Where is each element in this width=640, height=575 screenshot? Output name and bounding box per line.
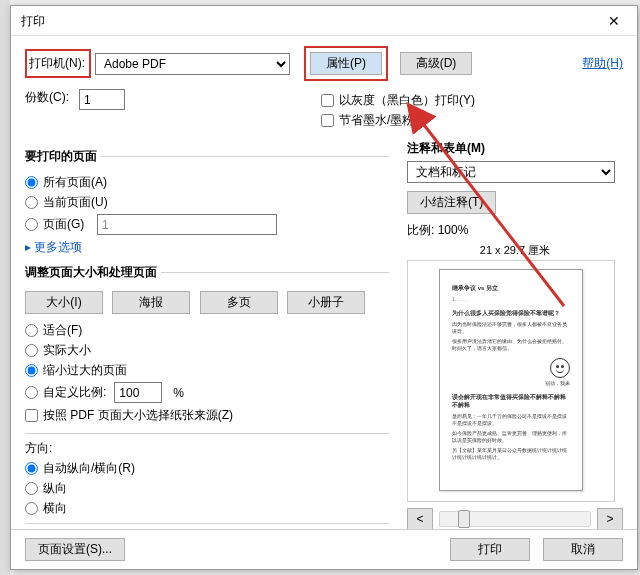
orient-legend: 方向: <box>25 440 389 457</box>
shrink-radio[interactable] <box>25 364 38 377</box>
pdf-source-checkbox[interactable] <box>25 409 38 422</box>
preview-slider[interactable] <box>439 511 591 527</box>
pdf-source-label[interactable]: 按照 PDF 页面大小选择纸张来源(Z) <box>43 407 233 424</box>
printer-select[interactable]: Adobe PDF <box>95 53 290 75</box>
orient-landscape-radio[interactable] <box>25 502 38 515</box>
orient-auto-radio[interactable] <box>25 462 38 475</box>
close-icon[interactable]: ✕ <box>597 10 631 32</box>
poster-button[interactable]: 海报 <box>112 291 190 314</box>
sizing-group: 调整页面大小和处理页面 大小(I) 海报 多页 小册子 适合(F) 实际大小 <box>25 264 389 427</box>
pages-current-radio[interactable] <box>25 196 38 209</box>
pages-legend: 要打印的页面 <box>25 148 101 165</box>
fit-radio[interactable] <box>25 324 38 337</box>
help-link[interactable]: 帮助(H) <box>582 55 623 72</box>
booklet-button[interactable]: 小册子 <box>287 291 365 314</box>
custom-scale-input[interactable] <box>114 382 162 403</box>
custom-radio[interactable] <box>25 386 38 399</box>
shrink-label[interactable]: 缩小过大的页面 <box>43 362 127 379</box>
paper-size: 21 x 29.7 厘米 <box>407 243 623 258</box>
print-dialog: 打印 ✕ 打印机(N): Adobe PDF 属性(P) 高级(D) 帮助(H)… <box>10 5 638 570</box>
orient-portrait-radio[interactable] <box>25 482 38 495</box>
scale-value: 100% <box>438 223 469 237</box>
save-ink-checkbox[interactable] <box>321 114 334 127</box>
print-preview: 继承争议 vs 另立 1. …… 为什么很多人买保险觉得保险不靠谱呢？ 因为当时… <box>407 260 615 502</box>
custom-unit: % <box>173 386 184 400</box>
grayscale-checkbox[interactable] <box>321 94 334 107</box>
preview-page: 继承争议 vs 另立 1. …… 为什么很多人买保险觉得保险不靠谱呢？ 因为当时… <box>439 269 583 491</box>
sizing-legend: 调整页面大小和处理页面 <box>25 264 161 281</box>
dialog-footer: 页面设置(S)... 打印 取消 <box>11 529 637 569</box>
summarize-button[interactable]: 小结注释(T) <box>407 191 496 214</box>
titlebar: 打印 ✕ <box>11 6 637 36</box>
scale-label: 比例: <box>407 223 434 237</box>
page-setup-button[interactable]: 页面设置(S)... <box>25 538 125 561</box>
dialog-title: 打印 <box>21 6 45 36</box>
preview-prev-button[interactable]: < <box>407 508 433 530</box>
actual-radio[interactable] <box>25 344 38 357</box>
preview-face-icon <box>550 358 570 378</box>
copies-input[interactable] <box>79 89 125 110</box>
orient-portrait-label[interactable]: 纵向 <box>43 480 67 497</box>
pages-all-label[interactable]: 所有页面(A) <box>43 174 107 191</box>
orient-auto-label[interactable]: 自动纵向/横向(R) <box>43 460 135 477</box>
pages-all-radio[interactable] <box>25 176 38 189</box>
pages-range-input <box>97 214 277 235</box>
printer-label: 打印机(N): <box>29 55 85 72</box>
actual-label[interactable]: 实际大小 <box>43 342 91 359</box>
save-ink-label[interactable]: 节省墨水/墨粉 <box>339 112 414 129</box>
custom-label[interactable]: 自定义比例: <box>43 384 106 401</box>
advanced-button[interactable]: 高级(D) <box>400 52 472 75</box>
multi-button[interactable]: 多页 <box>200 291 278 314</box>
grayscale-label[interactable]: 以灰度（黑白色）打印(Y) <box>339 92 475 109</box>
print-button[interactable]: 打印 <box>450 538 530 561</box>
copies-label: 份数(C): <box>25 89 79 106</box>
cancel-button[interactable]: 取消 <box>543 538 623 561</box>
pages-current-label[interactable]: 当前页面(U) <box>43 194 108 211</box>
annotations-legend: 注释和表单(M) <box>407 140 623 157</box>
pages-range-label[interactable]: 页面(G) <box>43 216 97 233</box>
pages-range-radio[interactable] <box>25 218 38 231</box>
preview-slider-thumb[interactable] <box>458 510 470 528</box>
more-options-link[interactable]: ▸ 更多选项 <box>25 240 82 254</box>
preview-next-button[interactable]: > <box>597 508 623 530</box>
fit-label[interactable]: 适合(F) <box>43 322 82 339</box>
pages-group: 要打印的页面 所有页面(A) 当前页面(U) 页面(G) <box>25 148 389 256</box>
size-button[interactable]: 大小(I) <box>25 291 103 314</box>
properties-button[interactable]: 属性(P) <box>310 52 382 75</box>
annotations-select[interactable]: 文档和标记 <box>407 161 615 183</box>
orient-landscape-label[interactable]: 横向 <box>43 500 67 517</box>
